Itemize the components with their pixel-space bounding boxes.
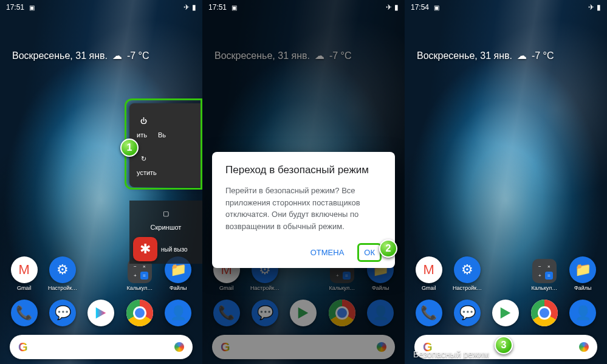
safe-mode-dialog: Переход в безопасный режим Перейти в без… xyxy=(212,152,395,268)
messages-icon: 💬 xyxy=(454,300,481,326)
dock-play[interactable] xyxy=(85,300,117,326)
callout-badge-2: 2 xyxy=(379,239,397,258)
power-menu: ⏻ итьВь ↻ устить xyxy=(129,103,202,187)
app-gmail[interactable]: MGmail xyxy=(413,256,445,291)
weather-temp: -7 °C xyxy=(532,50,554,61)
dock-phone[interactable]: 📞 xyxy=(413,300,445,326)
dock-messages[interactable]: 💬 xyxy=(47,300,78,326)
app-calculator[interactable]: −×+=Калькул… xyxy=(529,259,560,291)
restart-icon: ↻ xyxy=(137,152,150,165)
battery-icon: ▮ xyxy=(192,3,196,12)
weather-widget[interactable]: Воскресенье, 31 янв. ☁ -7 °C xyxy=(214,50,393,61)
status-time: 17:51 xyxy=(6,3,24,12)
contacts-icon: 👤 xyxy=(165,300,191,326)
weather-temp: -7 °C xyxy=(127,50,149,61)
app-files-label: Файлы xyxy=(170,285,187,291)
chrome-icon xyxy=(329,300,355,326)
power-menu-aux: ▢ Скриншот ✱ ный вызо xyxy=(129,201,202,264)
airplane-icon: ✈ xyxy=(588,3,594,12)
panel-2-safemode-dialog: 17:51 ▣ ✈ ▮ Воскресенье, 31 янв. ☁ -7 °C… xyxy=(202,0,405,364)
settings-icon: ⚙ xyxy=(49,256,76,283)
dock-phone[interactable]: 📞 xyxy=(9,300,40,326)
ok-button[interactable]: ОК xyxy=(357,243,382,262)
airplane-icon: ✈ xyxy=(386,3,392,12)
battery-icon: ▮ xyxy=(394,3,399,12)
emergency-label: ный вызо xyxy=(161,246,188,253)
app-calculator-label: Калькул… xyxy=(329,285,355,291)
app-settings[interactable]: ⚙Настройк… xyxy=(47,256,78,291)
dock-phone[interactable]: 📞 xyxy=(211,300,242,326)
dialog-body: Перейти в безопасный режим? Все приложен… xyxy=(225,185,382,232)
home-icons: MGmail ⚙Настройк… −×+=Калькул… 📁Файлы 📞 … xyxy=(0,256,202,364)
restart-button[interactable]: ↻ устить xyxy=(134,152,197,176)
status-bar: 17:54 ▣ ✈ ▮ xyxy=(405,0,607,15)
dock-play[interactable] xyxy=(287,300,319,326)
app-gmail-label: Gmail xyxy=(219,285,234,291)
calculator-icon: −×+= xyxy=(532,259,557,283)
safe-mode-watermark: Безопасный режим xyxy=(413,349,489,359)
power-off-button[interactable]: ⏻ итьВь xyxy=(134,114,197,139)
power-second-label: Вь xyxy=(158,131,166,139)
assistant-icon[interactable] xyxy=(174,342,184,352)
status-photo-icon: ▣ xyxy=(434,4,439,11)
panel-1-home-powermenu: 17:51 ▣ ✈ ▮ Воскресенье, 31 янв. ☁ -7 °C… xyxy=(0,0,202,364)
google-logo-icon: G xyxy=(221,340,230,354)
app-calculator-label: Калькул… xyxy=(126,285,153,291)
app-files[interactable]: 📁Файлы xyxy=(567,256,598,291)
weather-temp: -7 °C xyxy=(329,50,352,61)
airplane-icon: ✈ xyxy=(183,3,190,12)
home-icons: MGmail ⚙Настройк… −×+=Калькул… 📁Файлы 📞 … xyxy=(202,256,405,364)
status-photo-icon: ▣ xyxy=(29,4,35,11)
phone-icon: 📞 xyxy=(416,300,442,326)
spacer xyxy=(490,264,521,291)
status-time: 17:54 xyxy=(411,3,429,12)
google-search-bar[interactable]: G xyxy=(10,335,193,359)
app-settings[interactable]: ⚙Настройк… xyxy=(451,256,483,291)
callout-badge-1: 1 xyxy=(120,139,139,157)
status-bar: 17:51 ▣ ✈ ▮ xyxy=(202,0,405,15)
google-logo-icon: G xyxy=(18,340,28,354)
app-files-label: Файлы xyxy=(372,285,389,291)
play-icon xyxy=(492,300,519,326)
assistant-icon[interactable] xyxy=(377,342,386,352)
weather-date: Воскресенье, 31 янв. xyxy=(12,50,108,61)
weather-cloud-icon: ☁ xyxy=(315,50,324,61)
google-search-bar[interactable]: G xyxy=(212,335,395,359)
status-photo-icon: ▣ xyxy=(231,4,237,11)
chrome-icon xyxy=(126,300,153,326)
weather-widget[interactable]: Воскресенье, 31 янв. ☁ -7 °C xyxy=(12,50,190,61)
play-icon xyxy=(290,300,317,326)
dock-contacts[interactable]: 👤 xyxy=(162,300,194,326)
spacer xyxy=(85,264,117,291)
files-icon: 📁 xyxy=(569,256,596,283)
dock-contacts[interactable]: 👤 xyxy=(365,300,396,326)
app-files-label: Файлы xyxy=(574,285,592,291)
dock-contacts[interactable]: 👤 xyxy=(567,300,598,326)
gmail-icon: M xyxy=(11,256,38,283)
dock-play[interactable] xyxy=(490,300,521,326)
emergency-button[interactable]: ✱ ный вызо xyxy=(133,237,199,261)
power-off-label: ить xyxy=(137,131,147,139)
dock-messages[interactable]: 💬 xyxy=(249,300,281,326)
dock-chrome[interactable] xyxy=(529,300,560,326)
dock-chrome[interactable] xyxy=(326,300,358,326)
phone-icon: 📞 xyxy=(213,300,240,326)
spacer xyxy=(287,264,319,291)
dock-chrome[interactable] xyxy=(124,300,156,326)
screenshot-button[interactable]: ▢ Скриншот xyxy=(133,207,199,231)
gmail-icon: M xyxy=(416,256,442,283)
app-gmail[interactable]: MGmail xyxy=(9,256,40,291)
callout-badge-3: 3 xyxy=(495,336,513,354)
app-gmail-label: Gmail xyxy=(422,285,436,291)
contacts-icon: 👤 xyxy=(367,300,394,326)
cancel-button[interactable]: Отмена xyxy=(304,243,351,262)
battery-icon: ▮ xyxy=(597,3,601,12)
weather-widget[interactable]: Воскресенье, 31 янв. ☁ -7 °C xyxy=(417,50,595,61)
weather-cloud-icon: ☁ xyxy=(112,50,122,61)
panel-3-safemode-home: 17:54 ▣ ✈ ▮ Воскресенье, 31 янв. ☁ -7 °C… xyxy=(405,0,607,364)
weather-date: Воскресенье, 31 янв. xyxy=(214,50,310,61)
play-icon xyxy=(87,300,114,326)
phone-icon: 📞 xyxy=(11,300,38,326)
dock-messages[interactable]: 💬 xyxy=(451,300,483,326)
assistant-icon[interactable] xyxy=(579,342,589,352)
